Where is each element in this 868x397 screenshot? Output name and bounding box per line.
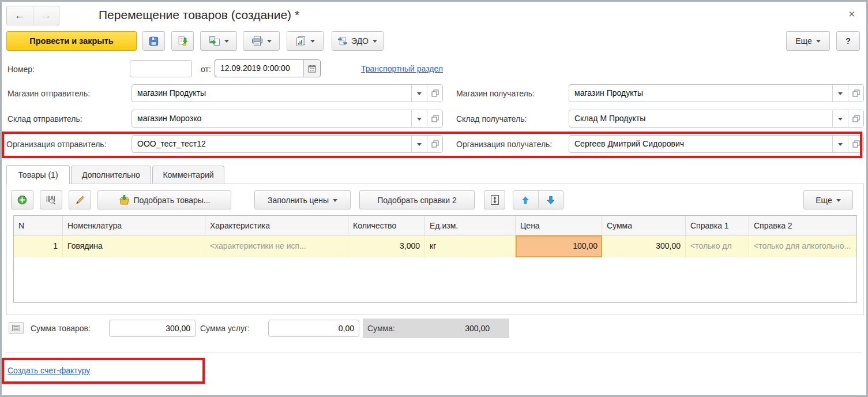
chevron-down-icon [838, 92, 843, 98]
receiver-store-label: Магазин получатель: [456, 89, 535, 98]
barcode-icon [46, 195, 56, 205]
receiver-organization-label: Организация получатель: [456, 140, 552, 149]
number-label: Номер: [7, 65, 35, 74]
dropdown-button[interactable] [832, 85, 848, 102]
column-header-price[interactable]: Цена [516, 216, 602, 235]
receiver-store-field[interactable]: магазин Продукты [569, 84, 864, 102]
fill-prices-button[interactable]: Заполнить цены [254, 190, 351, 209]
move-row-group [513, 190, 563, 209]
dropdown-button[interactable] [832, 136, 848, 152]
move-down-button[interactable] [538, 191, 563, 209]
open-button[interactable] [848, 85, 863, 102]
receiver-warehouse-value[interactable]: Склад М Продукты [569, 110, 832, 127]
cell-unit[interactable]: кг [425, 235, 516, 257]
calendar-button[interactable] [303, 60, 320, 77]
arrow-right-icon: → [40, 9, 51, 22]
pick-goods-button[interactable]: Подобрать товары... [97, 190, 231, 209]
receiver-store-value[interactable]: магазин Продукты [569, 85, 832, 102]
date-field: 12.09.2019 0:00:00 [215, 59, 321, 77]
add-row-button[interactable] [11, 190, 33, 209]
dropdown-caret-icon [224, 40, 229, 45]
cell-price-selected[interactable]: 100,00 [516, 235, 602, 257]
arrow-down-icon [546, 196, 555, 205]
sender-store-value[interactable]: магазин Продукты [132, 85, 411, 102]
pick-goods-label: Подобрать товары... [134, 196, 211, 205]
open-button[interactable] [848, 110, 863, 127]
column-header-amount[interactable]: Сумма [602, 216, 686, 235]
create-based-on-button[interactable] [200, 31, 237, 51]
dropdown-button[interactable] [832, 110, 848, 127]
column-header-n[interactable]: N [14, 216, 63, 235]
goods-sum-input[interactable] [109, 320, 196, 337]
reports-button[interactable] [287, 31, 324, 51]
cell-characteristic[interactable]: <характеристики не исп... [205, 235, 348, 257]
column-header-ref1[interactable]: Справка 1 [686, 216, 749, 235]
transport-section-link[interactable]: Транспортный раздел [361, 64, 443, 73]
column-header-ref2[interactable]: Справка 2 [749, 216, 856, 235]
cell-amount[interactable]: 300,00 [602, 235, 686, 257]
column-header-nomenclature[interactable]: Номенклатура [63, 216, 205, 235]
column-header-unit[interactable]: Ед.изм. [425, 216, 516, 235]
move-up-button[interactable] [513, 191, 538, 209]
totals-toggle-button[interactable] [9, 322, 24, 334]
edo-button[interactable]: ЭДО [332, 31, 384, 51]
sender-store-label: Магазин отправитель: [7, 89, 90, 98]
more-button[interactable]: Еще [786, 31, 830, 51]
save-button[interactable] [142, 31, 165, 51]
cell-nomenclature[interactable]: Говядина [63, 235, 205, 257]
dropdown-caret-icon [310, 40, 315, 45]
goods-basket-icon [119, 195, 130, 205]
calendar-icon [308, 65, 316, 73]
dropdown-caret-icon [373, 40, 377, 45]
open-button[interactable] [427, 136, 442, 152]
table-more-button[interactable]: Еще [803, 190, 853, 209]
number-input[interactable] [130, 60, 192, 77]
total-sum-value: 300,00 [465, 324, 509, 333]
sender-organization-field[interactable]: ООО_тест_тест12 [131, 135, 443, 153]
receiver-organization-field[interactable]: Сергеев Дмитрий Сидорович [569, 135, 864, 153]
help-button[interactable]: ? [836, 31, 860, 51]
column-header-characteristic[interactable]: Характеристика [205, 216, 348, 235]
dropdown-button[interactable] [411, 136, 427, 152]
fit-rows-button[interactable] [484, 190, 505, 209]
services-sum-input[interactable] [268, 320, 359, 337]
open-button[interactable] [427, 85, 442, 102]
open-link-icon [431, 89, 439, 97]
post-document-icon [178, 35, 187, 47]
cell-ref2[interactable]: <только для алкогольно... [749, 235, 856, 257]
tab-comment[interactable]: Комментарий [152, 166, 224, 183]
forward-button[interactable]: → [33, 6, 59, 25]
sender-store-field[interactable]: магазин Продукты [131, 84, 443, 102]
close-icon[interactable]: × [848, 8, 855, 21]
print-button[interactable] [243, 31, 280, 51]
post-document-button[interactable] [171, 31, 194, 51]
chevron-down-icon [417, 92, 422, 98]
sender-warehouse-field[interactable]: магазин Морозко [131, 110, 443, 128]
edo-label: ЭДО [351, 36, 369, 46]
post-and-close-button[interactable]: Провести и закрыть [6, 31, 137, 51]
dropdown-button[interactable] [411, 110, 427, 127]
open-button[interactable] [427, 110, 442, 127]
edit-row-button[interactable] [69, 190, 91, 209]
table-row[interactable]: 1 Говядина <характеристики не исп... 3,0… [14, 235, 856, 257]
receiver-warehouse-field[interactable]: Склад М Продукты [569, 110, 864, 128]
create-invoice-link[interactable]: Создать счет-фактуру [7, 366, 90, 375]
tab-goods[interactable]: Товары (1) [6, 165, 70, 184]
sender-warehouse-value[interactable]: магазин Морозко [132, 110, 411, 127]
sender-organization-label: Организация отправитель: [6, 140, 107, 149]
date-input[interactable]: 12.09.2019 0:00:00 [215, 60, 303, 77]
chevron-down-icon [838, 143, 843, 148]
pick-refs-button[interactable]: Подобрать справки 2 [359, 190, 475, 209]
cell-quantity[interactable]: 3,000 [348, 235, 425, 257]
cell-n[interactable]: 1 [14, 235, 63, 257]
cell-ref1[interactable]: <только дл [686, 235, 749, 257]
create-based-on-icon [209, 36, 220, 46]
tab-additional[interactable]: Дополнительно [71, 166, 151, 183]
sender-organization-value[interactable]: ООО_тест_тест12 [132, 136, 411, 152]
back-button[interactable]: ← [7, 6, 33, 25]
column-header-quantity[interactable]: Количество [348, 216, 425, 235]
barcode-scan-button[interactable] [40, 190, 62, 209]
dropdown-button[interactable] [411, 85, 427, 102]
receiver-organization-value[interactable]: Сергеев Дмитрий Сидорович [569, 136, 832, 152]
open-button[interactable] [848, 136, 863, 152]
